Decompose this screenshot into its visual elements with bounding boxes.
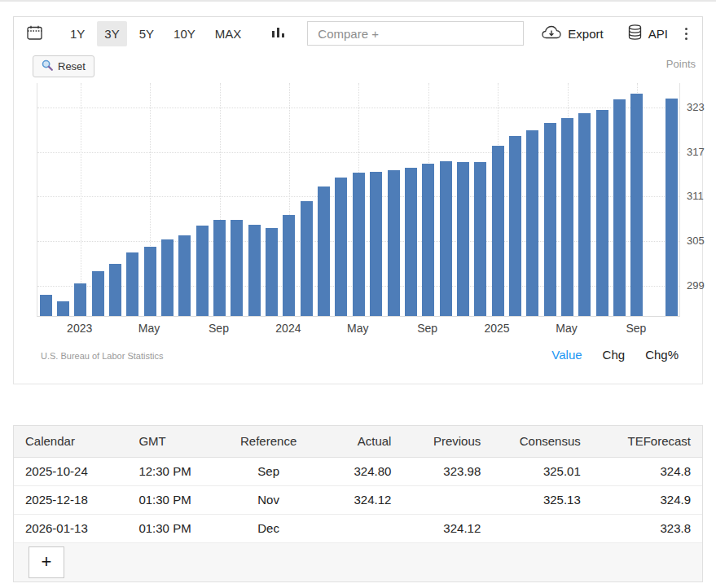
cpi-bar-latest[interactable] [665, 99, 678, 316]
x-tick-label: Sep [608, 322, 665, 335]
table-cell: 01:30 PM [127, 485, 220, 514]
table-cell: 323.98 [402, 457, 492, 485]
mode-link-chgpct[interactable]: Chg% [645, 348, 679, 362]
cpi-bar[interactable] [283, 215, 295, 316]
cpi-bar[interactable] [248, 225, 261, 316]
table-cell: 325.13 [492, 485, 592, 514]
cpi-bar[interactable] [405, 168, 417, 316]
add-row-button[interactable]: + [29, 546, 64, 578]
table-cell: Nov [220, 485, 316, 514]
range-3y[interactable]: 3Y [97, 21, 126, 46]
cpi-bar[interactable] [440, 161, 452, 316]
v-gridline [81, 83, 81, 316]
cpi-bar[interactable] [40, 295, 52, 316]
y-tick-label: 311 [687, 190, 716, 202]
x-tick-label: 2023 [51, 322, 108, 335]
table-cell: 12:30 PM [127, 457, 220, 485]
x-tick-label: May [329, 322, 386, 335]
range-1y[interactable]: 1Y [63, 21, 92, 46]
table-cell [317, 514, 403, 542]
x-tick-label: 2025 [468, 322, 525, 335]
cpi-bar[interactable] [526, 130, 538, 316]
cpi-bar[interactable] [144, 247, 156, 316]
table-row[interactable]: 2025-12-1801:30 PMNov324.12325.13324.9 [14, 485, 702, 514]
table-cell: 2025-12-18 [14, 485, 127, 514]
page: 1Y 3Y 5Y 10Y MAX [0, 0, 716, 588]
cpi-bar[interactable] [509, 136, 521, 316]
cpi-bar[interactable] [178, 235, 191, 316]
cpi-bar[interactable] [92, 271, 104, 316]
export-label: Export [568, 27, 603, 41]
top-divider [0, 0, 716, 2]
table-cell: 324.12 [317, 485, 403, 514]
cpi-bar[interactable] [57, 301, 69, 316]
api-button[interactable]: API [628, 24, 668, 42]
range-selector: 1Y 3Y 5Y 10Y MAX [60, 21, 251, 46]
calendar-icon [27, 25, 42, 42]
reset-label: Reset [58, 60, 86, 72]
cpi-bar[interactable] [266, 228, 278, 316]
column-header: Reference [220, 426, 316, 457]
x-tick-label: Sep [399, 322, 456, 335]
bar-chart-plot[interactable] [37, 83, 680, 317]
kebab-menu-button[interactable] [682, 24, 691, 43]
column-header: TEForecast [592, 426, 702, 457]
cpi-bar[interactable] [213, 220, 226, 316]
cpi-bar[interactable] [578, 113, 591, 316]
column-header: GMT [127, 426, 220, 457]
cpi-bar[interactable] [561, 118, 573, 316]
table-row[interactable]: 2025-10-2412:30 PMSep324.80323.98325.013… [14, 457, 702, 485]
cpi-bar[interactable] [474, 162, 486, 317]
y-tick-label: 323 [687, 101, 716, 113]
y-tick-label: 299 [687, 279, 716, 292]
cpi-bar[interactable] [161, 239, 174, 316]
cpi-bar[interactable] [231, 220, 243, 316]
table-cell: 01:30 PM [127, 514, 220, 542]
cpi-bar[interactable] [457, 162, 469, 316]
cpi-bar[interactable] [353, 173, 365, 316]
calendar-table: CalendarGMTReferenceActualPreviousConsen… [13, 425, 703, 582]
table-cell: Dec [220, 514, 316, 542]
column-header: Previous [402, 426, 492, 457]
mode-link-chg[interactable]: Chg [603, 348, 626, 362]
cpi-bar[interactable] [126, 252, 138, 316]
source-attribution: U.S. Bureau of Labor Statistics [41, 351, 163, 361]
reset-zoom-button[interactable]: Reset [33, 55, 94, 77]
cpi-bar[interactable] [109, 264, 121, 316]
cpi-bar[interactable] [613, 99, 626, 316]
calendar-button[interactable] [24, 22, 46, 46]
column-header: Actual [317, 426, 403, 457]
compare-input[interactable] [307, 21, 524, 46]
cpi-bar[interactable] [544, 123, 556, 316]
range-5y[interactable]: 5Y [132, 21, 161, 46]
api-label: API [648, 27, 668, 41]
cpi-bar[interactable] [596, 110, 608, 316]
cpi-bar[interactable] [196, 226, 209, 316]
cpi-bar[interactable] [318, 186, 330, 316]
export-button[interactable]: Export [542, 25, 603, 42]
y-tick-label: 317 [687, 146, 716, 158]
table-row[interactable]: 2026-01-1301:30 PMDec324.12323.8 [14, 514, 702, 542]
mode-link-value[interactable]: Value [551, 348, 582, 362]
chart-toolbar: 1Y 3Y 5Y 10Y MAX [13, 16, 703, 50]
cpi-bar[interactable] [422, 164, 434, 316]
cpi-bar[interactable] [301, 201, 313, 316]
table-footer: + [14, 543, 702, 581]
table-cell: 324.12 [402, 514, 492, 542]
y-tick-label: 305 [687, 235, 716, 247]
chart-card: Reset Points 299305311317323 2023MaySep2… [13, 50, 703, 384]
x-tick-label: May [538, 322, 595, 335]
range-10y[interactable]: 10Y [166, 21, 203, 46]
chart-type-button[interactable] [269, 23, 288, 45]
cpi-bar[interactable] [335, 178, 347, 316]
range-max[interactable]: MAX [208, 21, 249, 46]
cpi-bar[interactable] [630, 94, 643, 316]
table-cell: 324.8 [592, 457, 702, 485]
table-cell: 323.8 [592, 514, 702, 542]
database-icon [628, 24, 642, 42]
cpi-bar[interactable] [370, 172, 382, 316]
cpi-bar[interactable] [492, 146, 504, 316]
cpi-bar[interactable] [388, 170, 400, 316]
cpi-bar[interactable] [74, 283, 86, 316]
table-cell: 324.9 [592, 485, 702, 514]
